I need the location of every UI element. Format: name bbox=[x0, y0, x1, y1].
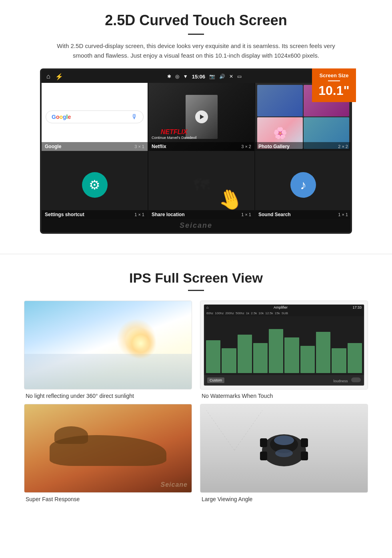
section-curved-screen: 2.5D Curved Touch Screen With 2.5D curve… bbox=[0, 0, 392, 242]
amp-loudness-label: loudness bbox=[334, 379, 348, 383]
google-app-name: Google bbox=[45, 144, 61, 149]
status-bar-center: ✱ ◎ ▼ 15:06 📷 🔊 ✕ ▭ bbox=[63, 74, 346, 80]
section1-title: 2.5D Curved Touch Screen bbox=[24, 12, 368, 29]
svg-rect-6 bbox=[260, 452, 267, 460]
netflix-play-button[interactable] bbox=[195, 110, 208, 123]
amp-toggle-switch[interactable] bbox=[351, 377, 361, 382]
camera-icon[interactable]: 📷 bbox=[209, 74, 215, 79]
section-ips-screen: IPS Full Screen View No light reflecting… bbox=[0, 266, 392, 519]
amp-bar-9 bbox=[332, 348, 346, 373]
netflix-app-cell[interactable]: NETFLIX Continue Marvel's Daredevil Netf… bbox=[148, 83, 254, 151]
image-grid-top: No light reflecting under 360° direct su… bbox=[24, 301, 368, 402]
window-icon[interactable]: ▭ bbox=[237, 74, 242, 79]
google-search-bar[interactable]: Google 🎙 bbox=[46, 110, 144, 123]
google-app-cell[interactable]: Google 🎙 Google 3 × 1 bbox=[42, 83, 148, 151]
badge-title: Screen Size bbox=[315, 72, 353, 78]
svg-rect-5 bbox=[301, 438, 308, 447]
amp-eq-1k: 1k bbox=[246, 311, 249, 315]
amp-eq-sub: SUB bbox=[282, 311, 288, 315]
amp-eq-200hz: 200hz bbox=[225, 311, 234, 315]
device-watermark: Seicane bbox=[42, 219, 350, 232]
cheetah-caption: Super Fast Response bbox=[24, 493, 192, 506]
volume-icon[interactable]: 🔊 bbox=[219, 74, 225, 79]
bluetooth-icon: ✱ bbox=[167, 74, 171, 79]
amp-eq-2_5k: 2.5k bbox=[251, 311, 257, 315]
amplifier-card: ⌂ Amplifier 17:33 60hz 100hz 200hz 500hz… bbox=[200, 301, 368, 402]
netflix-cell-label: Netflix 3 × 2 bbox=[148, 142, 254, 151]
section-divider bbox=[0, 254, 392, 254]
share-location-app-cell[interactable]: 🗺 🤚 Share location 1 × 1 bbox=[148, 151, 254, 219]
netflix-info: NETFLIX Continue Marvel's Daredevil bbox=[152, 128, 196, 140]
settings-icon-circle: ⚙ bbox=[82, 172, 108, 198]
share-location-app-name: Share location bbox=[152, 212, 185, 217]
google-logo: Google bbox=[52, 114, 71, 120]
amp-time: 17:33 bbox=[352, 305, 362, 309]
netflix-app-name: Netflix bbox=[152, 144, 166, 149]
share-location-app-size: 1 × 1 bbox=[241, 212, 251, 217]
app-grid-row1: Google 🎙 Google 3 × 1 bbox=[42, 83, 350, 151]
location-icon: ◎ bbox=[175, 74, 179, 79]
sunlight-bottom bbox=[24, 354, 192, 389]
google-app-size: 3 × 1 bbox=[134, 144, 144, 149]
amp-eq-10k: 10k bbox=[258, 311, 264, 315]
section2-title-divider bbox=[188, 290, 204, 291]
svg-point-2 bbox=[274, 436, 294, 445]
amp-eq-100hz: 100hz bbox=[215, 311, 224, 315]
car-caption: Large Viewing Angle bbox=[200, 493, 368, 506]
music-note-icon: ♪ bbox=[300, 178, 306, 193]
badge-size: 10.1" bbox=[315, 83, 353, 98]
gear-icon: ⚙ bbox=[89, 177, 100, 193]
settings-app-name: Settings shortcut bbox=[45, 212, 84, 217]
netflix-subtitle: Continue Marvel's Daredevil bbox=[152, 136, 196, 140]
amp-loudness-control: loudness bbox=[334, 377, 361, 384]
badge-divider bbox=[328, 80, 340, 81]
device-mockup: Screen Size 10.1" ⌂ ⚡ ✱ ◎ ▼ 15:06 📷 🔊 ✕ bbox=[40, 68, 352, 234]
status-time: 15:06 bbox=[192, 74, 205, 80]
maps-icon: 🗺 bbox=[194, 176, 210, 194]
amp-bar-5 bbox=[269, 329, 283, 373]
svg-line-8 bbox=[206, 410, 234, 450]
sunlight-caption: No light reflecting under 360° direct su… bbox=[24, 389, 192, 402]
svg-point-3 bbox=[275, 449, 293, 457]
sound-search-app-cell[interactable]: ♪ Sound Search 1 × 1 bbox=[255, 151, 351, 219]
gallery-app-name: Photo Gallery bbox=[258, 144, 290, 149]
amp-eq-15k: 15k bbox=[275, 311, 280, 315]
section1-description: With 2.5D curved-display screen, this de… bbox=[56, 41, 336, 60]
amp-bar-6 bbox=[284, 337, 299, 373]
section2-title: IPS Full Screen View bbox=[24, 270, 368, 286]
device-frame: ⌂ ⚡ ✱ ◎ ▼ 15:06 📷 🔊 ✕ ▭ bbox=[40, 68, 352, 234]
cheetah-head bbox=[54, 426, 88, 444]
sound-search-cell-label: Sound Search 1 × 1 bbox=[255, 210, 351, 219]
sunlight-glow bbox=[116, 319, 156, 359]
cheetah-card: Seicane Super Fast Response bbox=[24, 404, 192, 506]
settings-app-size: 1 × 1 bbox=[134, 212, 144, 217]
sunlight-placeholder bbox=[24, 301, 192, 389]
amplifier-placeholder: ⌂ Amplifier 17:33 60hz 100hz 200hz 500hz… bbox=[200, 301, 368, 389]
settings-app-cell[interactable]: ⚙ Settings shortcut 1 × 1 bbox=[42, 151, 148, 219]
app-grid-row2: ⚙ Settings shortcut 1 × 1 🗺 🤚 S bbox=[42, 151, 350, 219]
amp-footer: Custom loudness bbox=[204, 375, 364, 385]
sunlight-image bbox=[24, 301, 192, 389]
netflix-app-size: 3 × 2 bbox=[241, 144, 251, 149]
amp-status-bar: ⌂ Amplifier 17:33 bbox=[204, 305, 364, 310]
cheetah-placeholder: Seicane bbox=[24, 404, 192, 492]
google-cell-label: Google 3 × 1 bbox=[42, 142, 148, 151]
amp-bar-4 bbox=[253, 343, 268, 373]
amp-eq-500hz: 500hz bbox=[236, 311, 244, 315]
amp-eq-60hz: 60hz bbox=[206, 311, 213, 315]
close-icon[interactable]: ✕ bbox=[229, 74, 233, 79]
watermark-text: Seicane bbox=[180, 221, 212, 229]
home-icon[interactable]: ⌂ bbox=[46, 73, 50, 80]
amp-eq-labels: 60hz 100hz 200hz 500hz 1k 2.5k 10k 12.5k… bbox=[204, 310, 364, 316]
amp-bar-7 bbox=[300, 346, 315, 373]
car-image bbox=[200, 404, 368, 493]
amp-title: Amplifier bbox=[274, 305, 288, 309]
amp-home-icon: ⌂ bbox=[206, 305, 208, 309]
google-mic-icon[interactable]: 🎙 bbox=[131, 113, 138, 120]
sunlight-card: No light reflecting under 360° direct su… bbox=[24, 301, 192, 402]
status-bar-left: ⌂ ⚡ bbox=[46, 73, 63, 80]
settings-cell-label: Settings shortcut 1 × 1 bbox=[42, 210, 148, 219]
amp-custom-button[interactable]: Custom bbox=[207, 377, 224, 383]
gallery-cell-label: Photo Gallery 2 × 2 bbox=[255, 142, 351, 151]
amp-bar-2 bbox=[222, 348, 236, 373]
